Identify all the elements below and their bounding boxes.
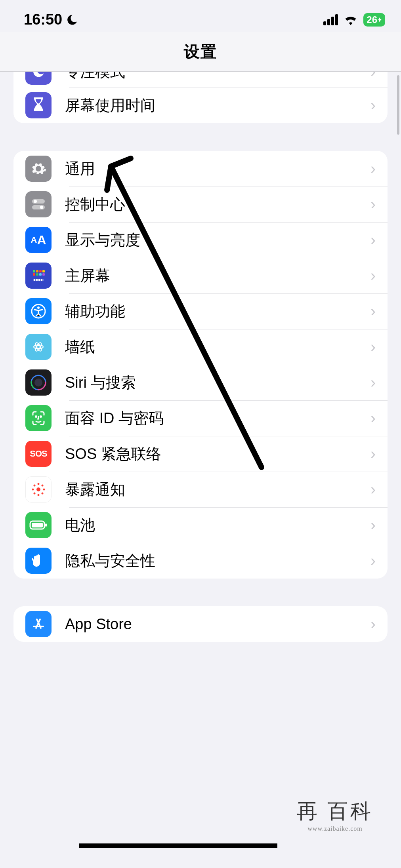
battery-percent: 26 [367,14,377,25]
watermark-url: www.zaibaike.com [297,825,373,832]
gear-icon [25,156,52,182]
row-label: 暴露通知 [65,480,370,500]
accessibility-icon [25,298,52,324]
chevron-right-icon: › [370,339,376,356]
row-screentime[interactable]: 屏幕使用时间 › [13,88,388,123]
chevron-right-icon: › [370,72,376,80]
chevron-right-icon: › [370,616,376,633]
battery-icon [25,512,52,538]
settings-group-top: 专注模式 › 屏幕使用时间 › [13,72,388,123]
text-size-icon: AA [25,227,52,253]
status-bar: 16:50 26 [0,0,401,32]
svg-rect-40 [45,523,47,527]
row-exposure[interactable]: 暴露通知 › [13,472,388,507]
status-right: 26 [323,13,385,27]
focus-icon [25,72,52,85]
chevron-right-icon: › [370,232,376,249]
svg-rect-8 [33,273,35,276]
row-label: 通用 [65,159,370,179]
chevron-right-icon: › [370,552,376,569]
dnd-moon-icon [66,14,78,26]
privacy-hand-icon [25,548,52,574]
header-bar: 设置 [0,32,401,72]
svg-rect-10 [39,273,42,276]
watermark: 再 百科 www.zaibaike.com [297,798,373,832]
page-title: 设置 [184,41,217,63]
svg-rect-16 [41,279,42,281]
row-label: 控制中心 [65,194,370,215]
home-screen-icon [25,263,52,289]
row-privacy[interactable]: 隐私与安全性 › [13,543,388,579]
row-display[interactable]: AA 显示与亮度 › [13,222,388,258]
status-left: 16:50 [24,11,78,28]
battery-indicator: 26 [363,13,385,27]
svg-point-28 [40,416,42,417]
row-battery[interactable]: 电池 › [13,507,388,543]
svg-rect-9 [36,273,38,276]
svg-point-18 [37,306,40,309]
watermark-text: 再 百科 [297,798,373,825]
chevron-right-icon: › [370,481,376,498]
row-label: SOS 紧急联络 [65,444,370,464]
row-label: 显示与亮度 [65,230,370,250]
svg-rect-13 [34,279,35,281]
svg-rect-5 [36,270,38,272]
screentime-icon [25,92,52,118]
switches-icon [25,191,52,217]
chevron-right-icon: › [370,410,376,427]
svg-rect-15 [38,279,40,281]
row-label: 隐私与安全性 [65,551,370,571]
row-sos[interactable]: SOS SOS 紧急联络 › [13,436,388,472]
row-siri[interactable]: Siri 与搜索 › [13,365,388,400]
svg-point-37 [42,493,44,495]
chevron-right-icon: › [370,97,376,114]
status-time: 16:50 [24,11,62,28]
svg-point-34 [34,485,36,487]
faceid-icon [25,405,52,431]
wallpaper-icon [25,334,52,360]
svg-point-30 [38,483,40,485]
row-accessibility[interactable]: 辅助功能 › [13,293,388,329]
svg-point-31 [38,494,40,496]
row-faceid[interactable]: 面容 ID 与密码 › [13,400,388,436]
cellular-signal-icon [323,14,338,25]
row-appstore[interactable]: App Store › [13,606,388,642]
exposure-icon [25,476,52,503]
svg-point-33 [43,489,45,491]
row-control-center[interactable]: 控制中心 › [13,187,388,222]
svg-point-36 [34,493,36,495]
svg-rect-14 [36,279,38,281]
chevron-right-icon: › [370,445,376,463]
chevron-right-icon: › [370,160,376,177]
chevron-right-icon: › [370,267,376,284]
row-focus[interactable]: 专注模式 › [13,72,388,88]
sos-icon: SOS [25,441,52,467]
scroll-indicator [397,75,399,135]
row-label: 辅助功能 [65,301,370,322]
row-label: 电池 [65,515,370,535]
svg-point-26 [34,379,42,386]
annotation-underline [79,843,277,849]
svg-point-29 [36,487,40,491]
svg-point-27 [36,416,37,417]
appstore-icon [25,611,52,637]
row-general[interactable]: 通用 › [13,151,388,187]
row-label: 专注模式 [65,72,370,82]
chevron-right-icon: › [370,303,376,320]
chevron-right-icon: › [370,517,376,534]
settings-group-main: 通用 › 控制中心 › AA 显示与亮度 › 主屏幕 › 辅助功能 [13,151,388,579]
svg-point-3 [40,206,43,209]
svg-point-32 [32,489,34,491]
svg-rect-11 [42,273,45,276]
siri-icon [25,369,52,396]
chevron-right-icon: › [370,374,376,391]
settings-group-bottom: App Store › [13,606,388,642]
svg-point-19 [37,345,40,348]
charging-icon [378,17,382,23]
row-label: 屏幕使用时间 [65,95,370,116]
row-home-screen[interactable]: 主屏幕 › [13,258,388,293]
row-wallpaper[interactable]: 墙纸 › [13,329,388,365]
row-label: 墙纸 [65,337,370,357]
svg-rect-39 [32,523,43,527]
row-label: 面容 ID 与密码 [65,408,370,428]
